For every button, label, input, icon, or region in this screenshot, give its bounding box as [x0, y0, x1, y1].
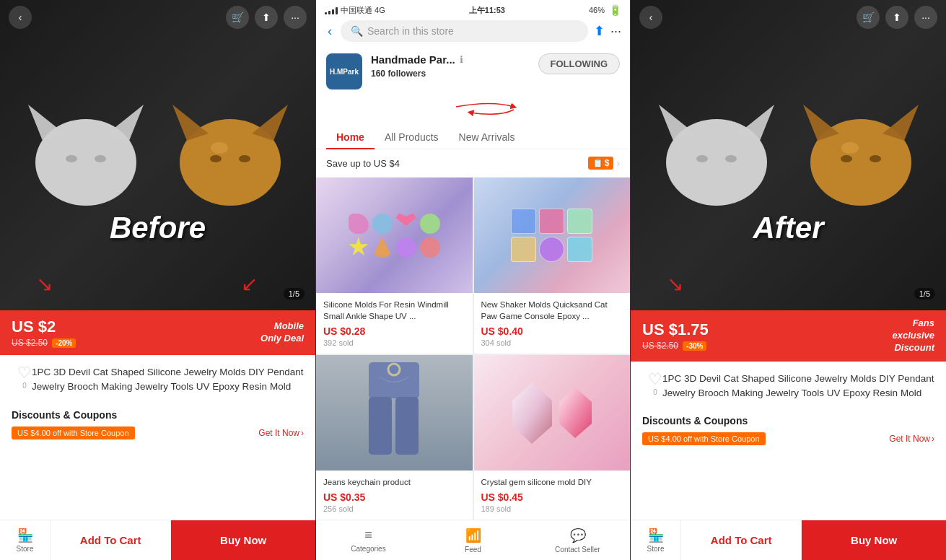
search-icon: 🔍	[351, 25, 363, 37]
card-sold-2: 304 sold	[481, 338, 623, 347]
red-arrow-left: ↘	[36, 272, 53, 296]
product-thumb-2	[474, 178, 631, 293]
tab-contact-seller[interactable]: 💬 Contact Seller	[525, 520, 630, 560]
svg-marker-2	[108, 105, 144, 141]
card-sold-1: 392 sold	[323, 338, 465, 347]
right-coupon-badge: US $4.00 off with Store Coupon	[642, 432, 766, 445]
product-info-1: Silicone Molds For Resin Windmill Small …	[316, 293, 473, 353]
left-discount-badge: -20%	[52, 338, 76, 348]
card-title-4: Crystal gem silicone mold DIY	[481, 476, 623, 488]
left-discounts-title: Discounts & Coupons	[12, 409, 304, 421]
center-back-button[interactable]: ‹	[325, 21, 335, 42]
search-box[interactable]: 🔍 Search in this store	[341, 20, 588, 42]
savings-banner[interactable]: Save up to US $4 📋 $ ›	[316, 149, 630, 178]
right-cart-button[interactable]: 🛒	[857, 6, 880, 29]
left-price-bar: US $2 US $2.50 -20% MobileOnly Deal	[0, 310, 315, 355]
tab-new-arrivals[interactable]: New Arrivals	[449, 124, 525, 149]
svg-point-4	[95, 155, 106, 162]
product-info-4: Crystal gem silicone mold DIY US $0.45 1…	[474, 471, 631, 519]
savings-text: Save up to US $4	[326, 158, 400, 169]
cart-icon: 🛒	[232, 12, 244, 23]
left-top-nav: ‹ 🛒 ⬆ ···	[0, 0, 315, 35]
svg-rect-12	[369, 397, 392, 455]
card-title-1: Silicone Molds For Resin Windmill Small …	[323, 299, 465, 322]
right-fans-text: FansexclusiveDiscount	[892, 318, 934, 354]
tab-all-products[interactable]: All Products	[375, 124, 449, 149]
left-coupon-badge: US $4.00 off with Store Coupon	[12, 426, 135, 439]
right-product-info: ♡ 0 1PC 3D Devil Cat Shaped Silicone Jew…	[631, 362, 946, 456]
store-icon: 🏪	[648, 528, 664, 543]
resin-piece	[567, 209, 592, 234]
right-share-button[interactable]: ⬆	[885, 6, 908, 29]
left-heart-button[interactable]: ♡ 0	[17, 365, 32, 403]
left-buy-now-button[interactable]: Buy Now	[171, 520, 315, 560]
svg-rect-11	[369, 362, 419, 398]
bottom-tab-bar: ≡ Categories 📶 Feed 💬 Contact Seller	[316, 520, 630, 560]
svg-marker-1	[28, 105, 64, 141]
center-share-button[interactable]: ⬆	[594, 23, 605, 39]
contact-icon: 💬	[570, 528, 586, 543]
mold-shape	[420, 237, 440, 258]
card-price-1: US $0.28	[323, 325, 465, 337]
product-thumb-4	[474, 355, 631, 471]
dollar-badge: 📋 $	[588, 157, 614, 170]
tab-feed[interactable]: 📶 Feed	[421, 520, 525, 560]
left-back-button[interactable]: ‹	[9, 6, 32, 29]
following-button[interactable]: FOLLOWING	[538, 53, 620, 74]
product-card-4[interactable]: Crystal gem silicone mold DIY US $0.45 1…	[474, 355, 631, 520]
left-add-to-cart-button[interactable]: Add To Cart	[51, 520, 171, 560]
products-grid: Silicone Molds For Resin Windmill Small …	[316, 178, 630, 520]
after-label: After	[753, 211, 823, 245]
right-top-nav: ‹ 🛒 ⬆ ···	[631, 0, 946, 35]
store-name: Handmade Par...	[371, 53, 455, 66]
left-more-button[interactable]: ···	[284, 6, 307, 29]
left-cart-button[interactable]: 🛒	[226, 6, 249, 29]
store-icon: 🏪	[17, 528, 33, 543]
card-price-2: US $0.40	[481, 325, 623, 337]
right-product-title: 1PC 3D Devil Cat Shaped Silicone Jewelry…	[662, 372, 934, 401]
more-icon: ···	[921, 12, 930, 23]
search-bar: ‹ 🔍 Search in this store ⬆ ···	[316, 16, 630, 46]
right-add-to-cart-button[interactable]: Add To Cart	[681, 520, 802, 560]
svg-point-25	[841, 142, 859, 154]
product-thumb-3	[316, 355, 473, 471]
card-sold-3: 256 sold	[323, 504, 465, 513]
left-get-it-now[interactable]: Get It Now ›	[258, 428, 304, 438]
info-icon: ℹ	[460, 54, 463, 65]
left-deal-text: MobileOnly Deal	[260, 320, 304, 345]
right-buy-now-button[interactable]: Buy Now	[802, 520, 946, 560]
left-share-button[interactable]: ⬆	[255, 6, 278, 29]
right-store-button[interactable]: 🏪 Store	[631, 520, 681, 560]
product-card-3[interactable]: Jeans keychain product US $0.35 256 sold	[316, 355, 473, 520]
left-bottom-bar: 🏪 Store Add To Cart Buy Now	[0, 520, 315, 560]
right-hero-image: ‹ 🛒 ⬆ ··· After ↘ 1/5	[631, 0, 946, 310]
left-panel: ‹ 🛒 ⬆ ··· Before ↘ ↙ 1/5 US $2	[0, 0, 315, 560]
svg-point-3	[66, 155, 77, 162]
left-product-info: ♡ 0 1PC 3D Devil Cat Shaped Silicone Jew…	[0, 355, 315, 450]
right-heart-button[interactable]: ♡ 0	[648, 372, 662, 410]
left-price-current: US $2	[12, 318, 76, 336]
right-back-button[interactable]: ‹	[639, 6, 662, 29]
categories-label: Categories	[351, 545, 385, 553]
svg-marker-18	[659, 105, 695, 141]
center-more-button[interactable]: ···	[610, 24, 621, 39]
product-card-2[interactable]: New Shaker Molds Quicksand Cat Paw Game …	[474, 178, 631, 354]
tab-categories[interactable]: ≡ Categories	[316, 520, 421, 560]
svg-point-27	[870, 155, 881, 162]
right-more-button[interactable]: ···	[914, 6, 937, 29]
mold-shape	[349, 214, 369, 234]
right-panel: ‹ 🛒 ⬆ ··· After ↘ 1/5 US $1.75	[631, 0, 946, 560]
svg-marker-19	[738, 105, 774, 141]
card-title-2: New Shaker Molds Quicksand Cat Paw Game …	[481, 299, 623, 322]
tab-home[interactable]: Home	[326, 124, 375, 149]
right-get-it-now[interactable]: Get It Now ›	[889, 434, 934, 444]
right-discount-badge: -30%	[683, 341, 706, 351]
battery-label: 46%	[589, 6, 605, 14]
svg-point-21	[725, 155, 737, 162]
right-bottom-bar: 🏪 Store Add To Cart Buy Now	[631, 520, 946, 560]
left-hero-image: ‹ 🛒 ⬆ ··· Before ↘ ↙ 1/5	[0, 0, 315, 310]
product-card-1[interactable]: Silicone Molds For Resin Windmill Small …	[316, 178, 473, 354]
right-store-label: Store	[647, 545, 665, 553]
mold-star	[349, 237, 369, 258]
left-store-button[interactable]: 🏪 Store	[0, 520, 51, 560]
